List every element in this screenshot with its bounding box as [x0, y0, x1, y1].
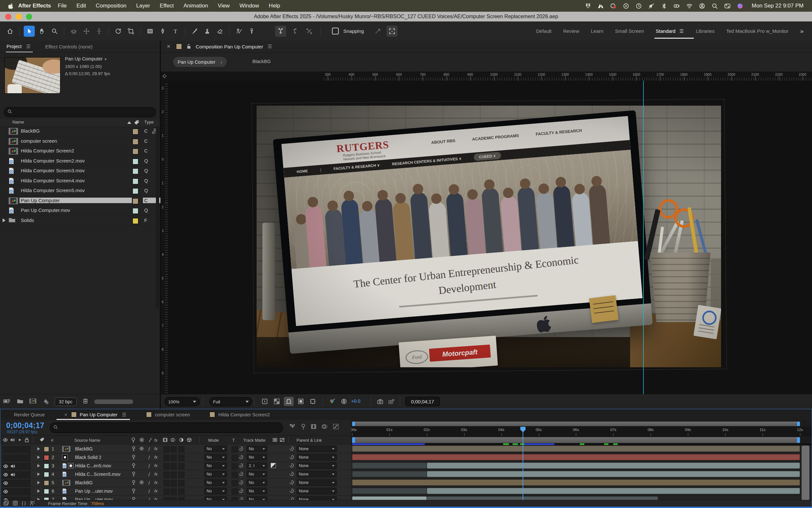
dolly-tool-icon[interactable]	[94, 26, 105, 37]
rotobrush-tool-icon[interactable]	[234, 26, 245, 37]
layer-duration-bar[interactable]	[352, 471, 427, 477]
label-color-chip[interactable]	[133, 208, 138, 214]
orbit-tool-icon[interactable]	[68, 26, 79, 37]
matte-pickwhip-icon[interactable]	[239, 489, 243, 494]
fx-switch[interactable]: fx	[154, 455, 157, 460]
wifi-icon[interactable]	[686, 3, 692, 9]
t-toggle[interactable]	[232, 472, 238, 478]
solo-toggle[interactable]	[16, 446, 23, 453]
matte-pickwhip-icon[interactable]	[239, 463, 243, 469]
preserve-transparency-icon[interactable]	[280, 437, 285, 443]
timeline-layer-row[interactable]: 2Black Solid 2/fxNoNoNone	[0, 453, 351, 462]
hand-tool-icon[interactable]	[36, 26, 47, 37]
layer-name[interactable]: BlackBG	[75, 446, 131, 452]
menu-layer[interactable]: Layer	[131, 3, 155, 9]
camera-tool-icon[interactable]	[125, 26, 136, 37]
solo-toggle[interactable]	[16, 488, 23, 495]
dropbox-icon[interactable]	[585, 3, 591, 9]
hash-column[interactable]: #	[51, 438, 53, 443]
t-toggle[interactable]	[232, 480, 238, 486]
current-time-display[interactable]: 0;00;04;17	[6, 421, 45, 430]
menu-effect[interactable]: Effect	[155, 3, 179, 9]
new-composition-icon[interactable]	[29, 398, 36, 405]
clock-icon[interactable]	[636, 3, 642, 9]
layer-lane[interactable]	[351, 445, 812, 453]
composition-viewport[interactable]: RUTGERS Rutgers Business SchoolNewark an…	[168, 81, 812, 394]
project-item-name[interactable]: Pan Up Computer	[19, 198, 132, 203]
audio-column-icon[interactable]	[10, 437, 15, 443]
playhead-line[interactable]	[523, 427, 523, 502]
collapse-switch[interactable]	[139, 446, 144, 452]
fast-previews-icon[interactable]	[260, 397, 270, 406]
account-icon[interactable]	[699, 3, 705, 9]
t-toggle[interactable]	[232, 489, 238, 495]
collapse-column-icon[interactable]	[139, 437, 144, 443]
video-toggle[interactable]	[2, 446, 9, 453]
project-item-row[interactable]: computer screenC	[0, 136, 160, 146]
solo-toggle[interactable]	[16, 471, 23, 478]
channel-icon[interactable]	[327, 397, 337, 406]
record-icon[interactable]	[610, 3, 617, 9]
workspace-review[interactable]: Review	[563, 26, 579, 36]
workspace-overflow-icon[interactable]: »	[800, 28, 804, 35]
quality-switch[interactable]: /	[148, 446, 150, 452]
transparency-grid-icon[interactable]	[272, 397, 282, 406]
video-toggle[interactable]	[2, 463, 9, 470]
timeline-layer-row[interactable]: 3Hilda C...en5.mov/fxNo2. INone	[0, 462, 351, 470]
lock-toggle[interactable]	[24, 463, 31, 470]
battery-icon[interactable]	[674, 3, 680, 9]
project-item-name[interactable]: Pan Up Computer.mov	[19, 207, 132, 213]
mode-dropdown[interactable]: No	[204, 488, 227, 494]
video-column-icon[interactable]	[3, 437, 8, 443]
project-item-row[interactable]: Hilda Computer Screen5.movQ	[0, 186, 160, 196]
work-area-end-cap[interactable]	[797, 437, 800, 443]
track-matte-dropdown[interactable]: No	[246, 446, 267, 452]
magnification-dropdown[interactable]: 100%	[165, 397, 200, 406]
project-scrollbar[interactable]	[156, 126, 159, 308]
mode-dropdown[interactable]: No	[204, 446, 227, 452]
layer-expander-icon[interactable]	[37, 464, 42, 467]
quality-switch[interactable]: /	[148, 455, 150, 460]
menu-help[interactable]: Help	[264, 3, 285, 9]
mask-visibility-icon[interactable]	[296, 397, 306, 406]
exposure-icon[interactable]	[339, 397, 349, 406]
quality-switch[interactable]: /	[148, 463, 150, 469]
mode-dropdown[interactable]: No	[204, 454, 227, 461]
workspace-default[interactable]: Default	[536, 26, 552, 36]
unlock-icon[interactable]	[186, 44, 191, 49]
timeline-search-input[interactable]	[50, 423, 283, 433]
solo-toggle[interactable]	[16, 480, 23, 486]
quality-switch[interactable]: /	[148, 480, 150, 485]
eraser-tool-icon[interactable]	[214, 26, 226, 37]
layer-lane[interactable]	[351, 470, 812, 479]
label-color-chip[interactable]	[133, 149, 138, 155]
timeline-layer-row[interactable]: 5BlackBG/fxNoNoNone	[0, 479, 351, 487]
composition-mini-flowchart-icon[interactable]	[289, 424, 296, 431]
lock-toggle[interactable]	[24, 480, 31, 486]
layer-duration-bar[interactable]	[352, 488, 427, 494]
timeline-layer-row[interactable]: 1BlackBG/fxNoNoNone	[0, 445, 351, 453]
project-item-row[interactable]: Hilda Computer Screen3.movQ	[0, 166, 160, 176]
render-engine-icon[interactable]	[42, 398, 49, 405]
audio-toggle[interactable]	[9, 471, 16, 478]
fx-switch[interactable]: fx	[154, 463, 157, 468]
horizontal-ruler[interactable]: 3004005006007008009001000110012001300140…	[168, 72, 812, 81]
parent-link-column[interactable]: Parent & Link	[296, 438, 322, 443]
t-toggle[interactable]	[232, 463, 238, 469]
active-app-name[interactable]: After Effects	[18, 3, 51, 9]
parent-pickwhip-icon[interactable]	[289, 472, 294, 477]
shy-switch[interactable]	[132, 455, 136, 461]
video-toggle[interactable]	[2, 480, 9, 486]
fx-switch[interactable]: fx	[154, 489, 157, 493]
layer-duration-bar[interactable]	[352, 463, 427, 469]
matte-pickwhip-icon[interactable]	[239, 480, 243, 485]
parent-link-dropdown[interactable]: None	[296, 454, 337, 461]
parent-pickwhip-icon[interactable]	[289, 463, 294, 469]
comp-panel-menu-icon[interactable]: ☰	[268, 44, 272, 49]
column-type[interactable]: Type	[144, 120, 154, 125]
world-axis-icon[interactable]	[289, 26, 300, 37]
project-item-name[interactable]: Hilda Computer Screen2.mov	[19, 158, 132, 164]
fx-switch[interactable]: fx	[154, 446, 157, 451]
layer-duration-bar[interactable]	[427, 488, 800, 494]
ruler-origin-icon[interactable]	[161, 72, 168, 81]
